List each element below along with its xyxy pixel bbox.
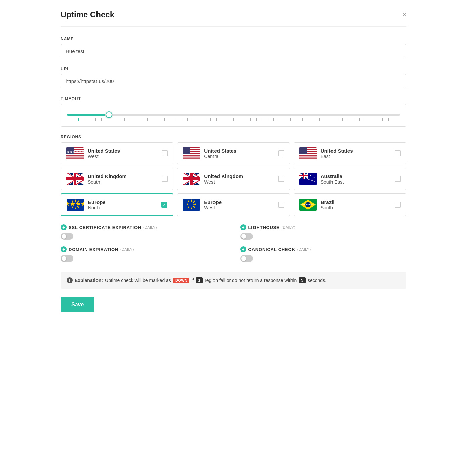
tick (170, 118, 170, 121)
region-card-uk-west[interactable]: United Kingdom West (177, 168, 290, 190)
svg-text:★: ★ (187, 206, 189, 208)
tick (314, 118, 314, 121)
domain-toggle[interactable] (61, 255, 73, 262)
addon-canonical-header: + CANONICAL CHECK (DAILY) (240, 246, 407, 252)
region-checkbox-eu-west[interactable] (278, 202, 284, 208)
tick (95, 118, 96, 121)
tick (136, 118, 136, 121)
tick (164, 118, 165, 121)
tick (199, 118, 199, 121)
region-card-eu-north[interactable]: ★★★★★★★★★★★★ ★ ★ ★ ★ ★ ★ ★ ★ (61, 193, 173, 216)
region-country: United States (88, 148, 120, 154)
tick (342, 118, 343, 121)
timeout-slider[interactable] (67, 114, 400, 116)
explanation-text1: Uptime check will be marked as (105, 278, 171, 283)
region-card-au-se[interactable]: ★ ★ ★ ★ ★ Australia South East (294, 168, 406, 190)
region-checkbox-us-east[interactable] (395, 150, 401, 156)
svg-rect-22 (299, 156, 317, 157)
badge-down: DOWN (173, 278, 190, 283)
tick (268, 118, 268, 121)
region-name-block: Brazil South (321, 199, 335, 210)
region-checkbox-us-west[interactable] (162, 150, 168, 156)
tick (331, 118, 331, 121)
region-card-us-central[interactable]: United States Central (177, 142, 290, 164)
uk-flag-icon (66, 173, 84, 185)
regions-label: REGIONS (61, 135, 406, 140)
domain-daily: (DAILY) (120, 247, 134, 251)
region-left: ★ ★ ★ ★ ★ Australia South East (299, 173, 344, 185)
region-name-block: United States West (88, 148, 120, 159)
svg-rect-6 (66, 157, 84, 158)
region-country: Europe (204, 199, 222, 205)
svg-text:ORDEM E PROGRESSO: ORDEM E PROGRESSO (300, 204, 316, 206)
region-country: Australia (321, 173, 344, 179)
region-card-eu-west[interactable]: ★ ★ ★ ★ ★ ★ ★ ★ ★ ★ ★ ★ (177, 193, 290, 216)
canonical-plus-icon: + (240, 246, 246, 252)
region-checkbox-uk-south[interactable] (162, 176, 168, 182)
ssl-daily: (DAILY) (143, 225, 157, 229)
tick (210, 118, 211, 121)
tick (107, 118, 107, 121)
url-input[interactable] (61, 74, 406, 88)
region-checkbox-eu-north[interactable]: ✓ (161, 202, 167, 208)
canonical-daily: (DAILY) (297, 247, 311, 251)
region-sub: South (88, 179, 127, 185)
svg-text:★: ★ (192, 201, 194, 203)
region-name-block: United States East (321, 148, 353, 159)
url-group: URL (61, 67, 406, 88)
slider-wrapper (67, 111, 400, 121)
lighthouse-label: LIGHTHOUSE (248, 225, 280, 230)
region-sub: South East (321, 179, 344, 185)
svg-text:★: ★ (71, 206, 73, 208)
addon-canonical: + CANONICAL CHECK (DAILY) (240, 246, 407, 262)
region-sub: East (321, 154, 353, 159)
svg-text:★: ★ (186, 203, 188, 205)
tick (285, 118, 285, 121)
region-card-br-south[interactable]: ORDEM E PROGRESSO Brazil South (294, 193, 406, 216)
tick (124, 118, 125, 121)
region-country: United States (321, 148, 353, 154)
lighthouse-daily: (DAILY) (282, 225, 296, 229)
us-flag-icon (299, 147, 317, 159)
tick (130, 118, 130, 121)
tick (222, 118, 222, 121)
tick (205, 118, 205, 121)
svg-rect-15 (183, 157, 200, 158)
canonical-toggle[interactable] (240, 255, 253, 262)
tick (90, 118, 90, 121)
region-checkbox-br-south[interactable] (395, 202, 401, 208)
region-card-us-east[interactable]: United States East (294, 142, 406, 164)
svg-text:★: ★ (70, 203, 72, 205)
region-left: United States East (299, 147, 353, 159)
svg-text:★★★★★★★★★★★★★★★★★★★★★★★★★★★★★★: ★★★★★★★★★★★★★★★★★★★★★★★★★★★★★★★★★★★★★★★★… (67, 150, 84, 154)
domain-label: DOMAIN EXPIRATION (69, 247, 118, 252)
region-left: ORDEM E PROGRESSO Brazil South (299, 199, 335, 211)
addons-grid: + SSL CERTIFICATE EXPIRATION (DAILY) + L… (61, 224, 406, 262)
svg-text:★: ★ (187, 200, 189, 202)
region-sub: North (88, 205, 106, 210)
explanation-text4: seconds. (308, 278, 326, 283)
region-sub: West (204, 179, 243, 185)
svg-text:★: ★ (76, 205, 78, 208)
modal-header: Uptime Check × (61, 10, 406, 27)
ssl-label: SSL CERTIFICATE EXPIRATION (69, 225, 141, 230)
explanation-prefix: Explanation: (75, 278, 103, 283)
lighthouse-toggle[interactable] (240, 233, 253, 240)
region-checkbox-us-central[interactable] (278, 150, 284, 156)
tick (176, 118, 176, 121)
au-flag-icon: ★ ★ ★ ★ ★ (299, 173, 317, 185)
region-card-us-west[interactable]: ★★★★★★★★★★★★★★★★★★★★★★★★★★★★★★★★★★★★★★★★… (61, 142, 173, 164)
ssl-toggle[interactable] (61, 233, 73, 240)
tick (250, 118, 251, 121)
badge-seconds: 5 (299, 277, 306, 283)
region-left: ★ ★ ★ ★ ★ ★ ★ ★ ★ ★ ★ ★ (183, 199, 222, 211)
region-card-uk-south[interactable]: United Kingdom South (61, 168, 173, 190)
close-button[interactable]: × (402, 11, 406, 18)
save-button[interactable]: Save (61, 297, 94, 312)
tick (147, 118, 148, 121)
region-checkbox-au-se[interactable] (395, 176, 401, 182)
modal-container: Uptime Check × NAME URL TIMEOUT (50, 0, 417, 322)
region-checkbox-uk-west[interactable] (278, 176, 284, 182)
svg-rect-60 (299, 175, 308, 176)
name-input[interactable] (61, 44, 406, 58)
